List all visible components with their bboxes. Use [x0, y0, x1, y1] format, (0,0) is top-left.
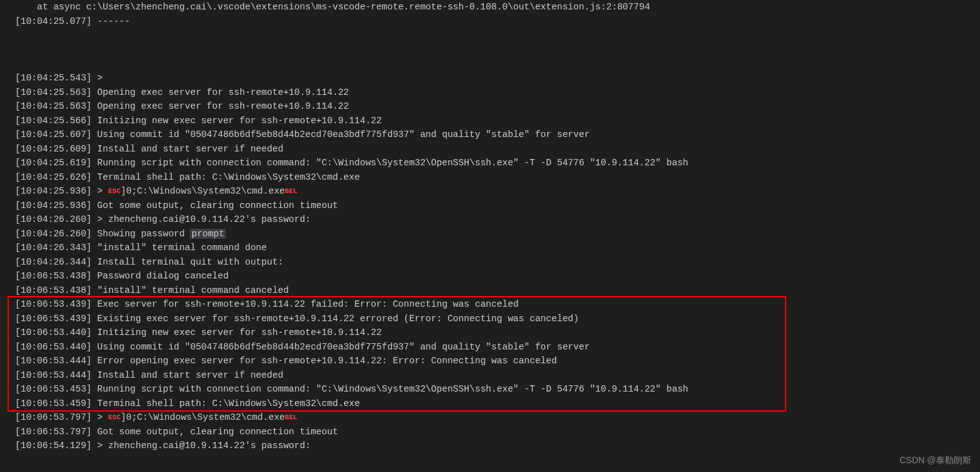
log-text: Existing exec server for ssh-remote+10.9…	[92, 314, 579, 324]
log-text: Opening exec server for ssh-remote+10.9.…	[92, 87, 349, 97]
log-line: [10:04:26.260] Showing password prompt	[15, 227, 980, 241]
log-line: [10:04:26.344] Install terminal quit wit…	[15, 255, 980, 270]
log-text: Terminal shell path: C:\Windows\System32…	[92, 172, 360, 182]
blank-spacer	[15, 28, 980, 71]
timestamp: [10:04:25.619]	[15, 158, 92, 168]
timestamp: [10:06:53.440]	[15, 342, 92, 352]
bel-marker: BEL	[285, 187, 298, 195]
timestamp: [10:04:25.543]	[15, 73, 92, 83]
timestamp: [10:06:53.440]	[15, 327, 92, 338]
log-text: ------	[92, 16, 130, 26]
log-text: > zhencheng.cai@10.9.114.22's password:	[92, 214, 316, 224]
timestamp: [10:04:25.607]	[15, 129, 92, 140]
log-text: "install" terminal command done	[92, 243, 267, 253]
log-text: Initizing new exec server for ssh-remote…	[92, 327, 382, 338]
log-line: [10:06:53.440] Initizing new exec server…	[15, 326, 980, 340]
log-text: Terminal shell path: C:\Windows\System32…	[92, 398, 360, 409]
log-line: [10:04:25.077] ------	[15, 14, 980, 29]
log-text: Install terminal quit with output:	[92, 257, 289, 267]
timestamp: [10:04:25.563]	[15, 87, 92, 97]
log-text: ]0;C:\Windows\System32\cmd.exe	[121, 186, 285, 196]
log-text: Running script with connection command: …	[92, 384, 688, 394]
log-text: Running script with connection command: …	[92, 158, 688, 168]
log-line: [10:04:25.543] >	[15, 71, 980, 85]
log-text: Using commit id "05047486b6df5eb8d44b2ec…	[92, 129, 590, 140]
log-line: [10:06:53.797] > ESC]0;C:\Windows\System…	[15, 410, 980, 425]
log-line: [10:06:53.797] Got some output, clearing…	[15, 425, 980, 439]
log-line: [10:06:53.444] Install and start server …	[15, 368, 980, 383]
highlighted-text: prompt	[190, 229, 225, 239]
timestamp: [10:06:53.438]	[15, 271, 92, 281]
esc-marker: ESC	[108, 414, 121, 421]
log-line: [10:04:25.563] Opening exec server for s…	[15, 85, 980, 100]
log-line: [10:04:25.619] Running script with conne…	[15, 156, 980, 170]
timestamp: [10:04:25.626]	[15, 172, 92, 182]
log-text: Using commit id "05047486b6df5eb8d44b2ec…	[92, 342, 590, 352]
log-text: Showing password	[92, 229, 191, 239]
timestamp: [10:06:53.444]	[15, 356, 92, 366]
timestamp: [10:04:25.566]	[15, 116, 92, 126]
log-line: [10:06:53.438] "install" terminal comman…	[15, 283, 980, 298]
log-text: Got some output, clearing connection tim…	[92, 200, 338, 211]
timestamp: [10:04:25.609]	[15, 144, 92, 154]
log-line: [10:06:53.438] Password dialog canceled	[15, 269, 980, 283]
log-text: >	[92, 73, 108, 83]
timestamp: [10:06:53.797]	[15, 427, 92, 437]
log-text: > zhencheng.cai@10.9.114.22's password:	[92, 441, 316, 451]
log-text: Install and start server if needed	[92, 370, 284, 380]
log-line: [10:04:26.343] "install" terminal comman…	[15, 241, 980, 255]
timestamp: [10:04:25.563]	[15, 101, 92, 111]
bel-marker: BEL	[285, 414, 298, 421]
timestamp: [10:04:26.343]	[15, 243, 92, 253]
log-line: [10:06:53.439] Existing exec server for …	[15, 312, 980, 326]
log-line: [10:06:53.439] Exec server for ssh-remot…	[15, 297, 980, 312]
timestamp: [10:04:26.260]	[15, 214, 92, 224]
log-line: [10:04:26.260] > zhencheng.cai@10.9.114.…	[15, 212, 980, 227]
log-text: >	[92, 186, 108, 196]
log-line: [10:04:25.936] Got some output, clearing…	[15, 199, 980, 213]
timestamp: [10:06:53.439]	[15, 299, 92, 309]
timestamp: [10:06:53.459]	[15, 398, 92, 409]
log-line: [10:06:53.453] Running script with conne…	[15, 382, 980, 397]
timestamp: [10:04:26.344]	[15, 257, 92, 267]
log-line: [10:04:25.566] Initizing new exec server…	[15, 114, 980, 128]
terminal-output[interactable]: at async c:\Users\zhencheng.cai\.vscode\…	[5, 0, 980, 453]
timestamp: [10:06:53.453]	[15, 384, 92, 394]
log-text: Opening exec server for ssh-remote+10.9.…	[92, 101, 349, 111]
log-text: Install and start server if needed	[92, 144, 284, 154]
timestamp: [10:04:25.936]	[15, 200, 92, 211]
log-text: Error opening exec server for ssh-remote…	[92, 356, 557, 366]
log-line: [10:04:25.609] Install and start server …	[15, 142, 980, 156]
timestamp: [10:06:53.444]	[15, 370, 92, 380]
log-line: [10:04:25.607] Using commit id "05047486…	[15, 128, 980, 142]
timestamp: [10:04:26.260]	[15, 229, 92, 239]
log-text: Password dialog canceled	[92, 271, 229, 281]
log-text: "install" terminal command canceled	[92, 285, 289, 295]
log-text: ]0;C:\Windows\System32\cmd.exe	[121, 412, 285, 422]
log-line: at async c:\Users\zhencheng.cai\.vscode\…	[15, 0, 980, 14]
log-line: [10:06:53.440] Using commit id "05047486…	[15, 340, 980, 354]
esc-marker: ESC	[108, 187, 121, 195]
log-text: Got some output, clearing connection tim…	[92, 427, 338, 437]
timestamp: [10:04:25.077]	[15, 16, 92, 26]
timestamp: [10:06:54.129]	[15, 441, 92, 451]
log-line: [10:06:53.444] Error opening exec server…	[15, 354, 980, 368]
timestamp: [10:06:53.797]	[15, 412, 92, 422]
timestamp: [10:04:25.936]	[15, 186, 92, 196]
log-line: [10:04:25.936] > ESC]0;C:\Windows\System…	[15, 184, 980, 199]
log-text: Initizing new exec server for ssh-remote…	[92, 116, 382, 126]
log-line: [10:04:25.626] Terminal shell path: C:\W…	[15, 170, 980, 185]
log-text: >	[92, 412, 108, 422]
timestamp: [10:06:53.438]	[15, 285, 92, 295]
log-text: Exec server for ssh-remote+10.9.114.22 f…	[92, 299, 519, 309]
log-line: [10:04:25.563] Opening exec server for s…	[15, 99, 980, 114]
log-line: [10:06:54.129] > zhencheng.cai@10.9.114.…	[15, 439, 980, 453]
timestamp: [10:06:53.439]	[15, 314, 92, 324]
log-line: [10:06:53.459] Terminal shell path: C:\W…	[15, 397, 980, 411]
